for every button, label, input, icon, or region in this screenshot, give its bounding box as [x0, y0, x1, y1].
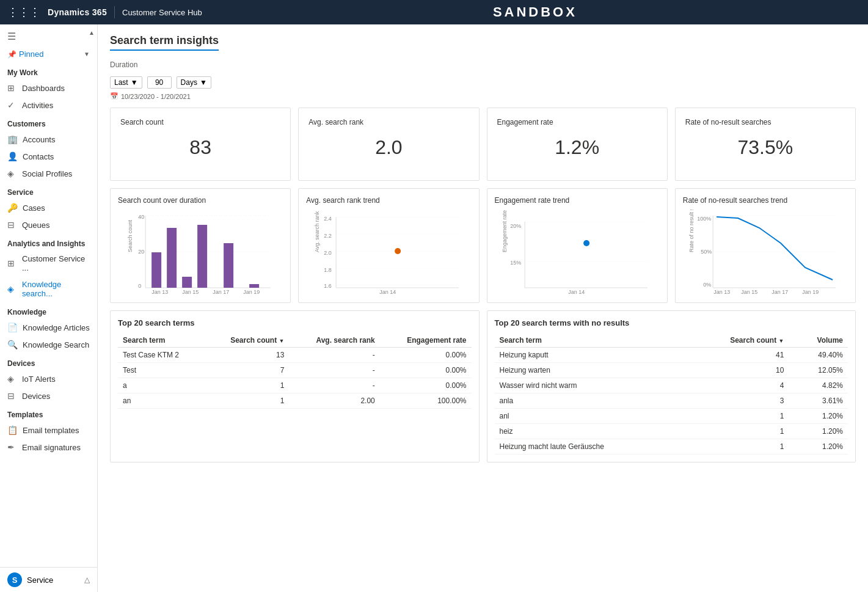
trends-row: Search count over duration 40 20 0 — [110, 188, 856, 303]
bar-6 — [249, 284, 259, 288]
sidebar-label-queues: Queues — [22, 221, 50, 230]
bar-4 — [197, 225, 207, 288]
sidebar-item-contacts[interactable]: 👤 Contacts — [0, 148, 97, 165]
nr-count-cell: 1 — [684, 439, 789, 455]
trend-no-result-title: Rate of no-result searches trend — [683, 196, 848, 205]
sidebar-item-cases[interactable]: 🔑 Cases — [0, 199, 97, 216]
count-cell: 1 — [205, 393, 290, 409]
nr-count-cell: 1 — [684, 409, 789, 424]
sidebar-item-activities[interactable]: ✓ Activities — [0, 97, 97, 114]
table-row: anl 1 1.20% — [495, 409, 848, 424]
sidebar-item-knowledge-search[interactable]: ◈ Knowledge search... — [0, 276, 97, 302]
cases-icon: 🔑 — [7, 203, 18, 213]
svg-text:50%: 50% — [701, 249, 712, 255]
svg-text:Jan 19: Jan 19 — [243, 289, 260, 295]
sidebar-item-customer-service[interactable]: ⊞ Customer Service ... — [0, 250, 97, 276]
scroll-up-button[interactable]: ▲ — [89, 29, 95, 36]
svg-text:Jan 13: Jan 13 — [713, 289, 730, 295]
engagement-trend-chart: 20% 15% Engagement rate Jan 14 — [495, 210, 660, 295]
trend-engagement-title: Engagement rate trend — [495, 196, 660, 205]
hamburger-icon[interactable]: ☰ — [7, 31, 16, 42]
sidebar-item-devices[interactable]: ⊟ Devices — [0, 387, 97, 404]
iot-alerts-icon: ◈ — [7, 374, 17, 384]
sidebar-item-email-signatures[interactable]: ✒ Email signatures — [0, 439, 97, 456]
svg-text:20: 20 — [138, 249, 144, 255]
table-row: anla 3 3.61% — [495, 393, 848, 409]
sidebar-item-queues[interactable]: ⊟ Queues — [0, 216, 97, 233]
knowledge-search-icon: ◈ — [7, 284, 17, 294]
svg-text:Jan 17: Jan 17 — [771, 289, 788, 295]
sidebar-label-accounts: Accounts — [23, 135, 55, 144]
svg-text:Rate of no result searc...: Rate of no result searc... — [688, 210, 695, 252]
sidebar-label-email-templates: Email templates — [23, 426, 79, 435]
engagement-cell: 0.00% — [380, 348, 472, 363]
term-cell: Test — [118, 363, 205, 378]
sidebar-service-bottom[interactable]: S Service △ — [0, 567, 97, 592]
table-row: Heizung warten 10 12.05% — [495, 363, 848, 378]
sidebar-service-label: Service — [27, 576, 53, 585]
top20-table-card: Top 20 search terms Search term Search c… — [110, 310, 480, 462]
nr-volume-cell: 1.20% — [789, 424, 848, 439]
duration-preset-select[interactable]: Last ▼ — [110, 76, 142, 89]
col-nr-search-term: Search term — [495, 334, 684, 348]
svg-text:2.0: 2.0 — [324, 250, 332, 256]
nr-count-cell: 1 — [684, 424, 789, 439]
sidebar-item-dashboards[interactable]: ⊞ Dashboards — [0, 79, 97, 97]
pinned-section[interactable]: 📌 Pinned ▼ — [0, 46, 97, 62]
email-templates-icon: 📋 — [7, 425, 18, 435]
section-service: Service — [0, 182, 97, 199]
metric-search-count-title: Search count — [120, 118, 280, 126]
sidebar-label-dashboards: Dashboards — [22, 84, 65, 93]
svg-text:1.6: 1.6 — [324, 283, 332, 289]
contacts-icon: 👤 — [7, 152, 18, 161]
metric-avg-rank-value: 2.0 — [308, 136, 469, 159]
sidebar-label-knowledge-search-nav: Knowledge Search — [23, 340, 89, 349]
duration-unit-select[interactable]: Days ▼ — [177, 76, 211, 89]
svg-text:Jan 13: Jan 13 — [151, 289, 168, 295]
nr-term-cell: Heizung kaputt — [495, 348, 684, 363]
table-row: Wasser wird nicht warm 4 4.82% — [495, 378, 848, 393]
sidebar-item-knowledge-search-nav[interactable]: 🔍 Knowledge Search — [0, 336, 97, 353]
duration-value-input[interactable] — [147, 76, 172, 89]
duration-label: Duration — [110, 60, 137, 69]
rank-dot — [395, 248, 401, 254]
nr-volume-cell: 4.82% — [789, 378, 848, 393]
calendar-icon: 📅 — [110, 92, 119, 100]
rank-trend-chart: 2.4 2.2 2.0 1.8 1.6 Avg. search rank Jan… — [306, 210, 471, 295]
sidebar-item-social-profiles[interactable]: ◈ Social Profiles — [0, 165, 97, 182]
svg-text:0: 0 — [138, 283, 141, 289]
unit-chevron: ▼ — [200, 78, 207, 87]
apps-button[interactable]: ⋮⋮⋮ — [7, 5, 40, 19]
bar-2 — [167, 228, 177, 288]
table-row: Heizung macht laute Geräusche 1 1.20% — [495, 439, 848, 455]
table-row: heiz 1 1.20% — [495, 424, 848, 439]
col-avg-rank: Avg. search rank — [289, 334, 379, 348]
service-expand-icon: △ — [84, 576, 90, 584]
svg-text:20%: 20% — [510, 223, 521, 229]
trend-search-count: Search count over duration 40 20 0 — [110, 188, 291, 303]
service-avatar: S — [7, 572, 22, 587]
metric-no-result-title: Rate of no-result searches — [685, 118, 845, 126]
metric-engagement-value: 1.2% — [497, 136, 657, 159]
section-knowledge: Knowledge — [0, 302, 97, 319]
section-templates: Templates — [0, 404, 97, 422]
nr-term-cell: heiz — [495, 424, 684, 439]
sidebar-item-accounts[interactable]: 🏢 Accounts — [0, 131, 97, 148]
nr-volume-cell: 1.20% — [789, 409, 848, 424]
svg-text:Jan 15: Jan 15 — [182, 289, 199, 295]
sandbox-label: SANDBOX — [210, 4, 861, 20]
nav-divider — [114, 6, 115, 18]
trend-avg-rank-title: Avg. search rank trend — [306, 196, 471, 205]
sidebar-item-iot-alerts[interactable]: ◈ IoT Alerts — [0, 370, 97, 387]
sidebar-item-email-templates[interactable]: 📋 Email templates — [0, 422, 97, 439]
nr-count-cell: 3 — [684, 393, 789, 409]
sidebar-item-knowledge-articles[interactable]: 📄 Knowledge Articles — [0, 319, 97, 336]
top20-table: Search term Search count ▼ Avg. search r… — [118, 334, 472, 409]
col-nr-volume: Volume — [789, 334, 848, 348]
social-profiles-icon: ◈ — [7, 169, 17, 178]
section-devices: Devices — [0, 353, 97, 370]
nr-term-cell: anla — [495, 393, 684, 409]
sidebar-label-contacts: Contacts — [23, 152, 54, 161]
col-search-term: Search term — [118, 334, 205, 348]
section-analytics: Analytics and Insights — [0, 233, 97, 250]
